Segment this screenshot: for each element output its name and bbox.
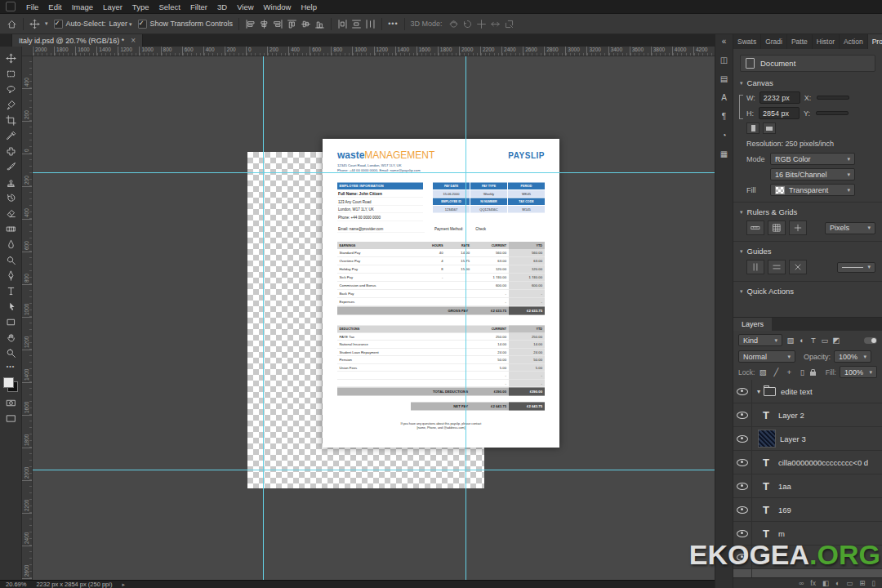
path-selection-tool[interactable] — [1, 299, 20, 314]
filter-shape-layers-icon[interactable]: ▭ — [820, 336, 830, 345]
layer-mask-icon[interactable]: ◧ — [822, 578, 829, 588]
guide-style-dropdown[interactable] — [837, 262, 875, 273]
guides-section-header[interactable]: Guides — [733, 241, 882, 258]
adjustments-panel-icon[interactable]: ▦ — [720, 150, 728, 158]
filter-type-layers-icon[interactable]: T — [808, 336, 818, 345]
close-tab-icon[interactable]: × — [131, 37, 136, 45]
layer-effects-icon[interactable]: fx — [810, 578, 816, 588]
fill-dropdown[interactable]: 100% — [840, 366, 877, 378]
home-icon[interactable] — [7, 19, 17, 29]
menu-view[interactable]: View — [232, 2, 258, 11]
menu-file[interactable]: File — [21, 2, 43, 11]
clear-guides-button[interactable] — [789, 260, 807, 274]
foreground-background-colors[interactable] — [3, 377, 18, 392]
canvas-height-field[interactable]: 2854 px — [759, 107, 800, 119]
visibility-toggle[interactable] — [733, 498, 752, 521]
dodge-tool[interactable] — [1, 252, 20, 268]
visibility-toggle[interactable] — [733, 427, 752, 450]
panel-tab-action[interactable]: Action — [840, 34, 868, 49]
lock-artboard-icon[interactable]: ▯ — [797, 368, 807, 376]
quick-actions-section-header[interactable]: Quick Actions — [733, 281, 882, 298]
hand-tool[interactable] — [1, 330, 20, 345]
toggle-snap-button[interactable] — [789, 220, 807, 235]
layer-row[interactable]: T169 — [733, 498, 882, 522]
type-tool[interactable] — [1, 283, 20, 299]
toggle-grid-button[interactable] — [768, 220, 786, 235]
lock-position-icon[interactable]: + — [784, 368, 794, 376]
eyedropper-tool[interactable] — [1, 128, 20, 144]
libraries-panel-icon[interactable]: ▤ — [720, 75, 728, 83]
collapse-panels-icon[interactable]: « — [722, 38, 727, 46]
canvas-fill-dropdown[interactable]: Transparent — [770, 184, 855, 196]
ruler-units-dropdown[interactable]: Pixels — [825, 222, 875, 234]
distribute-horizontal-button[interactable] — [337, 19, 348, 29]
zoom-level[interactable]: 20.69% — [6, 581, 26, 588]
brush-tool[interactable] — [1, 159, 20, 175]
horizontal-ruler[interactable]: 2000180016001400120010008006004002000200… — [33, 47, 715, 56]
menu-3d[interactable]: 3D — [212, 2, 232, 11]
gradient-tool[interactable] — [1, 221, 20, 237]
rectangular-marquee-tool[interactable] — [1, 66, 20, 82]
3d-roll-button[interactable] — [462, 19, 473, 29]
paragraph-panel-icon[interactable]: ¶ — [722, 113, 726, 121]
show-transform-option[interactable]: Show Transform Controls — [138, 20, 234, 29]
move-tool[interactable] — [1, 51, 20, 66]
filter-pixel-layers-icon[interactable]: ▨ — [786, 336, 795, 345]
align-right-edges-button[interactable] — [273, 19, 283, 29]
quick-mask-button[interactable] — [1, 395, 20, 411]
align-left-edges-button[interactable] — [245, 19, 256, 29]
auto-select-checkbox[interactable] — [54, 20, 63, 29]
show-transform-checkbox[interactable] — [138, 20, 147, 29]
artboards-panel-icon[interactable]: ◫ — [720, 56, 728, 65]
screen-mode-button[interactable] — [1, 411, 20, 426]
filter-smart-objects-icon[interactable]: ◩ — [831, 336, 841, 345]
guide-columns-button[interactable] — [746, 260, 764, 274]
landscape-orientation-button[interactable] — [763, 122, 776, 134]
layer-row[interactable]: T1aa — [733, 474, 882, 498]
new-layer-icon[interactable]: ⊞ — [859, 578, 865, 588]
adjustment-layer-icon[interactable]: ◐ — [835, 578, 840, 588]
3d-orbit-button[interactable] — [448, 19, 459, 29]
layer-row[interactable]: edite text — [733, 380, 882, 403]
layer-row[interactable]: Layer 3 — [733, 427, 882, 451]
blur-tool[interactable] — [1, 237, 20, 252]
3d-slide-button[interactable] — [490, 19, 501, 29]
menu-filter[interactable]: Filter — [185, 2, 212, 11]
document-tab[interactable]: Italy id.psd @ 20.7% (RGB/16) * × — [11, 34, 143, 47]
blend-mode-dropdown[interactable]: Normal — [738, 350, 795, 363]
link-layers-icon[interactable]: ∞ — [799, 578, 804, 588]
menu-select[interactable]: Select — [154, 2, 185, 11]
align-top-edges-button[interactable] — [287, 19, 297, 29]
visibility-toggle[interactable] — [733, 451, 752, 474]
spot-healing-brush-tool[interactable] — [1, 144, 20, 159]
panel-tab-gradi[interactable]: Gradi — [761, 34, 787, 49]
menu-type[interactable]: Type — [127, 2, 154, 11]
menu-image[interactable]: Image — [67, 2, 98, 11]
glyphs-panel-icon[interactable]: ◔ — [721, 131, 726, 140]
menu-help[interactable]: Help — [296, 2, 322, 11]
document-type-row[interactable]: Document — [740, 55, 875, 72]
quick-selection-tool[interactable] — [1, 97, 20, 113]
color-mode-dropdown[interactable]: RGB Color — [770, 153, 855, 165]
horizontal-guide[interactable] — [33, 172, 715, 173]
foreground-color-swatch[interactable] — [3, 377, 14, 388]
rulers-grids-section-header[interactable]: Rulers & Grids — [733, 202, 882, 219]
layer-filter-kind-dropdown[interactable]: Kind — [738, 334, 782, 346]
panel-tab-swats[interactable]: Swats — [733, 34, 761, 49]
canvas-x-field[interactable] — [817, 96, 849, 100]
align-bottom-edges-button[interactable] — [314, 19, 325, 29]
layers-tab[interactable]: Layers — [733, 318, 772, 331]
layer-row[interactable]: Tcilla0000000cccccccc<0 d — [733, 451, 882, 474]
link-dimensions-icon[interactable] — [739, 95, 743, 119]
filter-adjustment-layers-icon[interactable]: ◐ — [797, 336, 807, 345]
align-vertical-centers-button[interactable] — [301, 19, 311, 29]
lock-all-icon[interactable] — [810, 372, 816, 376]
lock-transparency-icon[interactable]: ▨ — [758, 368, 768, 376]
distribute-vertical-button[interactable] — [351, 19, 362, 29]
canvas-width-field[interactable]: 2232 px — [760, 91, 800, 104]
panel-tab-properties[interactable]: Properties — [868, 34, 882, 49]
canvas[interactable]: wasteMANAGEMENT 12345 Court Road, London… — [33, 56, 715, 580]
layer-row[interactable]: TLayer 2 — [733, 403, 882, 427]
character-panel-icon[interactable]: A — [721, 94, 727, 102]
auto-select-option[interactable]: Auto-Select: Layer — [54, 20, 132, 29]
